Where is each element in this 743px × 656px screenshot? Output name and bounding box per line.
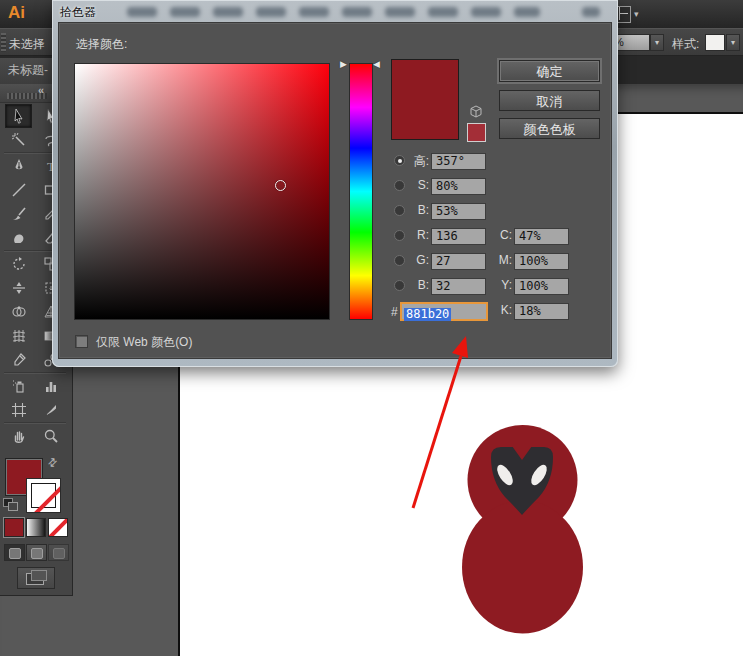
chevron-down-icon: ▾ (634, 9, 639, 19)
hue-label: 高: (403, 153, 429, 170)
magic-wand-tool-icon (11, 132, 27, 148)
dialog-body: 选择颜色: ▶ ◀ 确定 取消 颜色色板 高:357° S:80% B:53% … (58, 22, 612, 359)
tool-width[interactable] (5, 276, 32, 300)
green-input[interactable]: 27 (431, 253, 486, 270)
none-button[interactable] (48, 518, 68, 537)
zoom-tool-icon (43, 428, 59, 444)
web-colors-only-label: 仅限 Web 颜色(O) (96, 334, 192, 351)
blurred-menu-item (385, 7, 415, 17)
checkbox-icon[interactable] (75, 335, 88, 348)
tool-rotate[interactable] (5, 252, 32, 276)
rotate-tool-icon (11, 256, 27, 272)
brightness-input[interactable]: 53% (431, 203, 486, 220)
stroke-color-swatch[interactable] (26, 478, 61, 513)
red-input[interactable]: 136 (431, 228, 486, 245)
hue-slider-right-handle-icon[interactable]: ◀ (373, 59, 380, 69)
tool-paintbrush[interactable] (5, 202, 32, 226)
select-color-prompt: 选择颜色: (76, 36, 127, 53)
hue-input[interactable]: 357° (431, 153, 486, 170)
hue-slider-left-handle-icon[interactable]: ▶ (340, 59, 347, 69)
black-label: K: (496, 303, 512, 317)
artwork-ninja-character[interactable] (455, 339, 590, 639)
web-color-cube-icon[interactable] (468, 104, 484, 120)
hue-slider[interactable] (349, 63, 373, 320)
column-graph-tool-icon (43, 378, 59, 394)
blurred-menu-item (428, 7, 458, 17)
style-swatch[interactable] (705, 34, 725, 51)
draw-behind-mode-button[interactable] (26, 544, 47, 561)
draw-inside-mode-button[interactable] (48, 544, 69, 561)
selection-tool-icon (11, 108, 27, 124)
blurred-menu-item (256, 7, 286, 17)
hand-tool-icon (11, 428, 27, 444)
color-button[interactable] (4, 518, 24, 537)
hex-input[interactable]: 881b20 (400, 302, 488, 321)
cancel-button[interactable]: 取消 (499, 90, 600, 111)
gradient-button[interactable] (26, 518, 46, 537)
character-body (462, 501, 583, 634)
blurred-menu-item (170, 7, 200, 17)
screen-mode-button[interactable] (17, 567, 55, 589)
color-swatches-button[interactable]: 颜色色板 (499, 118, 600, 139)
black-input[interactable]: 18% (514, 303, 569, 320)
saturation-brightness-field[interactable] (74, 63, 330, 320)
tool-blob-brush[interactable] (5, 226, 32, 250)
slice-tool-icon (43, 402, 59, 418)
blue-input[interactable]: 32 (431, 278, 486, 295)
cyan-label: C: (496, 228, 512, 242)
saturation-label: S: (403, 178, 429, 192)
style-dropdown-button[interactable]: ▾ (726, 34, 740, 51)
brightness-label: B: (403, 203, 429, 217)
paintbrush-tool-icon (11, 206, 27, 222)
yellow-label: Y: (496, 278, 512, 292)
tool-slice[interactable] (37, 398, 64, 422)
tool-mesh[interactable] (5, 324, 32, 348)
web-safe-color-swatch[interactable] (467, 123, 486, 142)
tool-symbol-sprayer[interactable] (5, 374, 32, 398)
cyan-input[interactable]: 47% (514, 228, 569, 245)
tool-column-graph[interactable] (37, 374, 64, 398)
mesh-tool-icon (11, 328, 27, 344)
panel-grip (1, 33, 6, 52)
blob-brush-tool-icon (11, 230, 27, 246)
tool-pen[interactable] (5, 154, 32, 178)
selection-status-label: 未选择 (9, 36, 45, 53)
draw-normal-mode-button[interactable] (4, 544, 25, 561)
color-field-marker[interactable] (275, 180, 286, 191)
default-fill-stroke-icon[interactable] (3, 498, 17, 510)
tool-hand[interactable] (5, 424, 32, 448)
yellow-input[interactable]: 100% (514, 278, 569, 295)
blurred-menu-item (582, 7, 600, 17)
shape-builder-tool-icon (11, 304, 27, 320)
tool-line-segment[interactable] (5, 178, 32, 202)
blue-label: B: (403, 278, 429, 292)
saturation-input[interactable]: 80% (431, 178, 486, 195)
color-picker-dialog: 拾色器 选择颜色: ▶ ◀ 确定 取消 颜色色板 高:357° S:80% B:… (52, 0, 618, 367)
tool-shape-builder[interactable] (5, 300, 32, 324)
width-tool-icon (11, 280, 27, 296)
green-label: G: (403, 253, 429, 267)
blurred-menu-item (342, 7, 372, 17)
dialog-title: 拾色器 (60, 4, 96, 21)
blurred-menu-item (213, 7, 243, 17)
pen-tool-icon (11, 158, 27, 174)
tool-eyedropper[interactable] (5, 348, 32, 372)
tool-magic-wand[interactable] (5, 128, 32, 152)
hex-selected-text: 881b20 (404, 308, 451, 321)
magenta-input[interactable]: 100% (514, 253, 569, 270)
ok-button[interactable]: 确定 (499, 60, 600, 82)
style-label: 样式: (672, 36, 699, 53)
blurred-menu-item (127, 7, 157, 17)
tools-panel-grip[interactable] (7, 93, 47, 99)
opacity-dropdown-button[interactable]: ▾ (650, 34, 664, 51)
eyedropper-tool-icon (11, 352, 27, 368)
blurred-menu-item (471, 7, 501, 17)
tool-artboard[interactable] (5, 398, 32, 422)
swap-fill-stroke-icon[interactable]: ⇄ (45, 455, 61, 471)
symbol-sprayer-tool-icon (11, 378, 27, 394)
blurred-menu-item (299, 7, 329, 17)
tool-selection[interactable] (5, 104, 32, 128)
stroke-none-indicator (31, 483, 56, 508)
tool-zoom[interactable] (37, 424, 64, 448)
red-label: R: (403, 228, 429, 242)
